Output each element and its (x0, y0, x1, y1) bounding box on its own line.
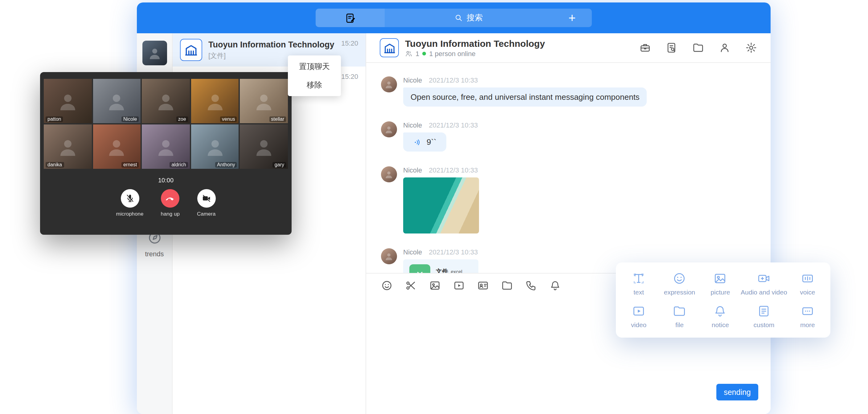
video-tile: danika (44, 124, 92, 169)
more-ellipsis-icon (801, 304, 814, 318)
panel-item-notice[interactable]: notice (700, 300, 741, 333)
chat-title: Tuoyun Information Technology (405, 38, 545, 49)
panel-label: video (631, 321, 646, 328)
member-count: 1 (415, 50, 419, 57)
person-silhouette-icon (384, 79, 394, 89)
person-silhouette-icon (384, 251, 394, 261)
participant-name: stellar (269, 117, 286, 122)
collect-icon[interactable] (639, 42, 651, 54)
expression-icon (673, 272, 686, 285)
panel-label: text (633, 288, 644, 296)
voice-bubble[interactable]: 9`` (403, 132, 446, 152)
panel-label: Audio and video (741, 288, 787, 296)
message-image: Nicole 2021/12/3 10:33 (381, 166, 771, 233)
panel-item-expression[interactable]: expression (659, 267, 700, 300)
sender-avatar[interactable] (381, 166, 397, 182)
emoji-icon[interactable] (381, 280, 393, 291)
search-icon (454, 13, 463, 22)
person-silhouette-icon (204, 90, 226, 112)
person-silhouette-icon (155, 90, 177, 112)
person-silhouette-icon (253, 135, 275, 158)
person-silhouette-icon (384, 169, 394, 179)
camera-button[interactable]: Camera (197, 189, 215, 217)
menu-item-pin-chat[interactable]: 置顶聊天 (288, 57, 341, 76)
file-folder-icon[interactable] (501, 280, 513, 291)
video-icon[interactable] (453, 280, 465, 291)
video-tile: gary (240, 124, 288, 169)
image-attachment-beach[interactable] (403, 178, 479, 233)
screenshot-scissors-icon[interactable] (405, 280, 417, 291)
panel-label: file (675, 321, 684, 328)
file-attachment[interactable]: ✕ 文件.excel 12.8M (403, 259, 478, 273)
sender-avatar[interactable] (381, 76, 397, 92)
notice-bell-icon (714, 304, 727, 318)
building-icon (184, 43, 198, 57)
conversation-time: 15:20 (341, 39, 358, 47)
text-bubble[interactable]: Open source, free, and universal instant… (403, 88, 647, 106)
panel-item-picture[interactable]: picture (700, 267, 741, 300)
participant-name: patton (45, 117, 63, 122)
plus-icon: + (568, 11, 576, 25)
member-manage-icon[interactable] (719, 42, 731, 54)
panel-item-video[interactable]: video (618, 300, 659, 333)
settings-gear-icon[interactable] (745, 42, 757, 54)
add-button[interactable]: + (552, 9, 592, 27)
participant-name: danika (45, 162, 64, 167)
sender-name: Nicole (403, 248, 422, 256)
call-timer: 10:00 (40, 177, 291, 184)
panel-item-custom[interactable]: custom (741, 300, 787, 333)
person-silhouette-icon (155, 135, 177, 158)
building-icon (383, 41, 396, 54)
call-controls: microphone hang up Camera (40, 189, 291, 217)
notice-bell-icon[interactable] (549, 280, 561, 291)
panel-item-file[interactable]: file (659, 300, 700, 333)
participant-name: ernest (121, 162, 139, 167)
participant-name: Nicole (121, 117, 139, 122)
panel-label: voice (800, 288, 815, 296)
microphone-label: microphone (116, 211, 144, 217)
file-folder-icon (673, 304, 686, 318)
message-list: Nicole 2021/12/3 10:33 Open source, free… (366, 63, 771, 273)
person-silhouette-icon (106, 90, 128, 112)
video-tile: ernest (93, 124, 141, 169)
contact-card-icon[interactable] (477, 280, 489, 291)
text-icon (632, 272, 646, 285)
online-dot (422, 52, 426, 56)
group-avatar (380, 38, 399, 57)
message-meta: Nicole 2021/12/3 10:33 (403, 76, 647, 84)
page: 搜索 + trends (0, 0, 868, 414)
call-phone-icon[interactable] (525, 280, 537, 291)
sender-avatar[interactable] (381, 248, 397, 264)
microphone-button[interactable]: microphone (116, 189, 144, 217)
mic-muted-icon (125, 193, 135, 203)
sender-avatar[interactable] (381, 121, 397, 137)
hang-up-button[interactable]: hang up (161, 189, 179, 217)
participant-name: zoe (176, 117, 188, 122)
files-icon[interactable] (692, 42, 704, 54)
my-avatar[interactable] (142, 41, 167, 65)
panel-label: notice (712, 321, 729, 328)
video-tile: aldrich (142, 124, 190, 169)
chat-record-icon[interactable] (666, 42, 678, 54)
participant-name: venus (220, 117, 237, 122)
picture-icon[interactable] (429, 280, 441, 291)
message-text: Nicole 2021/12/3 10:33 Open source, free… (381, 76, 771, 106)
camera-off-icon (201, 193, 211, 203)
panel-item-voice[interactable]: voice (787, 267, 828, 300)
conversation-title: Tuoyun Information Technology (208, 40, 341, 49)
group-avatar (180, 39, 202, 61)
sender-name: Nicole (403, 121, 422, 129)
menu-item-remove[interactable]: 移除 (288, 76, 341, 94)
panel-item-audio-video[interactable]: Audio and video (741, 267, 787, 300)
new-note-button[interactable] (316, 9, 385, 27)
panel-label: expression (664, 288, 695, 296)
panel-item-text[interactable]: text (618, 267, 659, 300)
conversation-context-menu: 置顶聊天 移除 (288, 56, 341, 96)
panel-item-more[interactable]: more (787, 300, 828, 333)
send-button[interactable]: sending (716, 384, 758, 401)
search-bar[interactable]: 搜索 (385, 12, 552, 23)
video-tile: venus (191, 79, 239, 123)
panel-label: custom (754, 321, 775, 328)
message-time: 2021/12/3 10:33 (429, 166, 478, 174)
participant-name: gary (273, 162, 286, 167)
